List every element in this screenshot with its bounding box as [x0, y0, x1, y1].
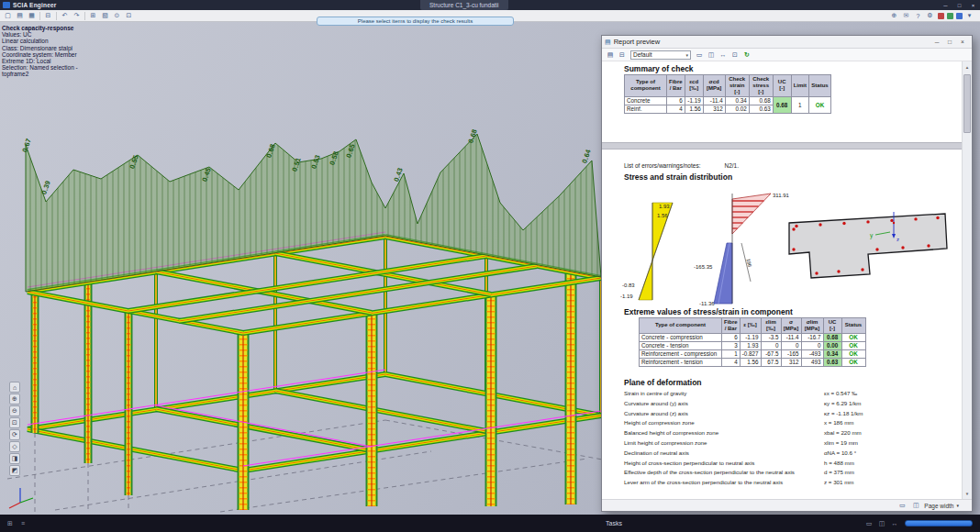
plane-row: Height of compression zonex = 186 mm: [624, 418, 899, 428]
table-header-row: Type of component Fibre / Bar εcd [‰] σc…: [625, 75, 831, 97]
errors-line: List of errors/warnings/notes: N2/1.: [624, 162, 739, 169]
iso-view-icon[interactable]: ◩: [9, 465, 20, 476]
grid-icon[interactable]: ⊡: [123, 11, 135, 21]
report-refresh-doc-icon[interactable]: ▤: [605, 50, 616, 60]
plane-label: Declination of neutral axis: [624, 449, 824, 459]
strain-label: 1.56: [657, 213, 668, 218]
rotate-view-icon[interactable]: ⟳: [9, 429, 20, 440]
titlebar: SCIA Engineer Structure C1_3-cu fundatii…: [0, 0, 980, 10]
table-cell: 1.56: [685, 105, 703, 113]
column-header: ε [‰]: [740, 318, 761, 334]
scrollbar-thumb[interactable]: [963, 74, 971, 133]
app-title: SCIA Engineer: [13, 2, 57, 8]
report-close-button[interactable]: ×: [956, 37, 969, 48]
column-header: Check strain [-]: [725, 75, 749, 97]
scroll-down-icon[interactable]: ▼: [963, 489, 972, 498]
new-icon[interactable]: ▢: [2, 11, 14, 21]
plane-value: xbal = 220 mm: [824, 428, 899, 438]
zoom-icon[interactable]: ⊙: [111, 11, 123, 21]
document-tab[interactable]: Structure C1_3-cu fundatii: [420, 0, 508, 10]
fit-page-icon[interactable]: ⊡: [729, 50, 741, 60]
info-line: Extreme 1D: Local: [2, 58, 78, 64]
home-view-icon[interactable]: ⌂: [9, 382, 20, 393]
mail-icon[interactable]: ✉: [900, 11, 912, 21]
menu-icon[interactable]: ≡: [17, 518, 29, 529]
double-page-icon[interactable]: ◫: [706, 50, 717, 60]
save-icon[interactable]: ▦: [26, 11, 38, 21]
column-header: Type of component: [640, 318, 722, 334]
table-cell: 67.5: [761, 358, 781, 366]
hint-bar: Please select items to display the check…: [317, 17, 514, 26]
info-line: Values: UC: [2, 31, 78, 38]
report-titlebar[interactable]: ▤ Report preview ─ □ ×: [602, 36, 972, 49]
report-style-combo[interactable]: Default ▾: [630, 50, 691, 60]
help-icon[interactable]: ?: [912, 11, 924, 21]
report-footer: ▭ ◫ Page width ▾: [602, 499, 972, 511]
chevron-down-icon[interactable]: ▾: [956, 503, 959, 508]
status-cell: OK: [809, 96, 831, 113]
front-view-icon[interactable]: ◨: [9, 453, 20, 464]
scroll-up-icon[interactable]: ▲: [963, 62, 972, 72]
refresh-icon[interactable]: ↻: [741, 50, 752, 60]
uc-cell: 0.63: [823, 358, 841, 366]
double-page-icon[interactable]: ◫: [910, 501, 921, 511]
green-indicator-icon[interactable]: [947, 13, 953, 19]
table-row: Reinforcement - compression 1 -0.827 -67…: [640, 349, 866, 358]
plane-row: Curvature around (z) axisκz = -1.18 1/km: [624, 409, 899, 419]
column-header: UC [-]: [823, 318, 841, 334]
report-scrollbar[interactable]: ▲ ▼: [962, 61, 972, 499]
plane-label: Effective depth of the cross-section per…: [624, 468, 824, 478]
open-icon[interactable]: ▤: [14, 11, 26, 21]
tasks-tab[interactable]: Tasks: [606, 520, 622, 526]
report-doc-icon: ▤: [605, 39, 611, 46]
plane-row: Lever arm of the cross-section perpendic…: [624, 478, 899, 488]
undo-icon[interactable]: ↶: [59, 11, 71, 21]
uc-cell: 0.68: [773, 96, 791, 113]
minimize-button[interactable]: ─: [939, 0, 952, 10]
column-header: εcd [‰]: [685, 75, 703, 97]
pan-icon[interactable]: ◇: [9, 441, 20, 452]
report-maximize-button[interactable]: □: [943, 37, 956, 48]
report-minimize-button[interactable]: ─: [930, 37, 943, 48]
table-cell: 4: [722, 358, 741, 366]
table-cell: -3.5: [761, 333, 781, 341]
print-icon[interactable]: ⊟: [42, 11, 54, 21]
page-break-separator: [602, 142, 962, 150]
zoom-in-icon[interactable]: ⊕: [9, 393, 20, 405]
uc-cell: 0.68: [823, 333, 841, 341]
single-page-icon[interactable]: ▭: [863, 518, 875, 529]
report-window-title: Report preview: [614, 38, 660, 46]
red-indicator-icon[interactable]: [938, 13, 944, 19]
status-bar: ⊞ ≡ Tasks ▭ ◫ ↔: [0, 515, 980, 532]
layers-icon[interactable]: ▧: [99, 11, 111, 21]
chevron-down-icon[interactable]: ▾: [963, 11, 975, 21]
maximize-button[interactable]: □: [952, 0, 966, 10]
page-width-zoom[interactable]: Page width: [924, 503, 953, 509]
column-header: Fibre / Bar: [722, 318, 741, 334]
plane-label: Balanced height of compression zone: [624, 428, 824, 438]
blue-indicator-icon[interactable]: [956, 13, 963, 19]
settings-icon[interactable]: ⚙: [924, 11, 936, 21]
copy-icon[interactable]: ⊞: [87, 11, 99, 21]
double-page-icon[interactable]: ◫: [875, 518, 888, 529]
redo-icon[interactable]: ↷: [71, 11, 83, 21]
globe-icon[interactable]: ⊕: [888, 11, 900, 21]
strain-label: 1.93: [659, 204, 670, 209]
tasks-grid-icon[interactable]: ⊞: [4, 518, 17, 529]
table-cell: -493: [801, 349, 823, 358]
info-line: Class: Dimensionare stalpi: [2, 45, 78, 51]
report-print-icon[interactable]: ⊟: [617, 50, 628, 60]
fit-width-icon[interactable]: ↔: [888, 518, 901, 529]
single-page-icon[interactable]: ▭: [694, 50, 705, 60]
plane-row: Strain in centre of gravityεx = 0.547 ‰: [624, 389, 899, 399]
zoom-out-icon[interactable]: ⊖: [9, 405, 20, 416]
table-cell: 6: [722, 333, 741, 341]
fit-width-icon[interactable]: ↔: [718, 50, 729, 60]
close-button[interactable]: ×: [966, 0, 980, 10]
zoom-slider[interactable]: [905, 520, 973, 526]
table-row: Reinforcement - tension 4 1.56 67.5 312 …: [640, 358, 866, 366]
single-page-icon[interactable]: ▭: [896, 501, 908, 511]
table-cell: -165: [781, 349, 801, 358]
zoom-fit-icon[interactable]: ⊡: [9, 417, 20, 428]
toolbar-separator: [84, 12, 85, 20]
